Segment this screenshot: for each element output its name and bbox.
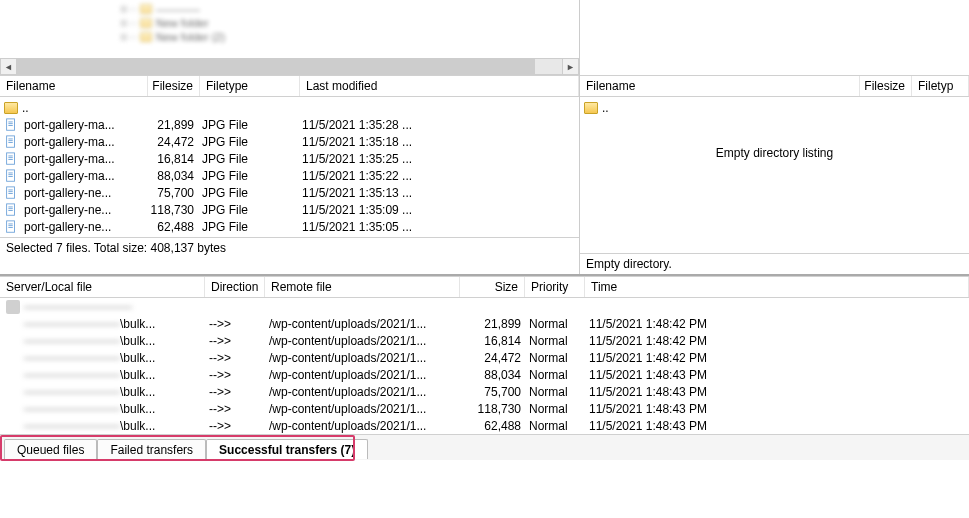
list-item[interactable]: port-gallery-ne...75,700JPG File11/5/202… [0, 184, 579, 201]
cell-lastmodified: 11/5/2021 1:35:28 ... [298, 118, 575, 132]
queue-row[interactable]: ————————\bulk...-->>/wp-content/uploads/… [0, 349, 969, 366]
svg-rect-16 [7, 186, 15, 197]
cell-priority: Normal [525, 385, 585, 399]
col-filename-remote[interactable]: Filename [580, 76, 860, 96]
cell-size: 88,034 [460, 368, 525, 382]
svg-rect-2 [8, 123, 12, 124]
file-icon [4, 186, 18, 200]
remote-list-body[interactable]: .. Empty directory listing [580, 97, 969, 192]
server-name: ————————— [24, 300, 132, 314]
cell-lastmodified: 11/5/2021 1:35:18 ... [298, 135, 575, 149]
queue-server-row[interactable]: ————————— [0, 298, 969, 315]
list-item[interactable]: port-gallery-ma...88,034JPG File11/5/202… [0, 167, 579, 184]
file-icon [4, 203, 18, 217]
col-direction[interactable]: Direction [205, 277, 265, 297]
scroll-right-arrow[interactable]: ► [562, 58, 579, 75]
col-filetype-remote[interactable]: Filetyp [912, 76, 969, 96]
tab-queued-files[interactable]: Queued files [4, 439, 97, 459]
col-filetype[interactable]: Filetype [200, 76, 300, 96]
remote-list-pane: Filename Filesize Filetyp .. Empty direc… [580, 75, 969, 274]
cell-filename: port-gallery-ne... [20, 203, 146, 217]
parent-dir-row[interactable]: .. [0, 99, 579, 116]
remote-list-header[interactable]: Filename Filesize Filetyp [580, 75, 969, 97]
queue-row[interactable]: ————————\bulk...-->>/wp-content/uploads/… [0, 366, 969, 383]
parent-dir-row[interactable]: .. [580, 99, 969, 116]
col-size[interactable]: Size [460, 277, 525, 297]
svg-rect-10 [8, 157, 12, 158]
cell-lastmodified: 11/5/2021 1:35:13 ... [298, 186, 575, 200]
local-tree-pane[interactable]: ⊞ ·····———— ⊞ ·····New folder ⊞ ·····New… [0, 0, 580, 75]
cell-time: 11/5/2021 1:48:43 PM [585, 419, 969, 433]
cell-filename: port-gallery-ma... [20, 118, 146, 132]
col-filesize-remote[interactable]: Filesize [860, 76, 912, 96]
remote-tree-pane[interactable] [580, 0, 969, 75]
svg-rect-21 [8, 206, 12, 207]
queue-row[interactable]: ————————\bulk...-->>/wp-content/uploads/… [0, 383, 969, 400]
cell-lastmodified: 11/5/2021 1:35:05 ... [298, 220, 575, 234]
cell-size: 24,472 [460, 351, 525, 365]
file-icon [4, 135, 18, 149]
col-server-localfile[interactable]: Server/Local file [0, 277, 205, 297]
tab-successful-transfers[interactable]: Successful transfers (7) [206, 439, 368, 459]
cell-filetype: JPG File [198, 186, 298, 200]
col-filename[interactable]: Filename [0, 76, 148, 96]
cell-priority: Normal [525, 317, 585, 331]
cell-localfile: ————————\bulk... [0, 402, 205, 416]
queue-row[interactable]: ————————\bulk...-->>/wp-content/uploads/… [0, 400, 969, 417]
horizontal-scrollbar[interactable]: ◄ ► [0, 58, 579, 75]
local-list-header[interactable]: Filename Filesize Filetype Last modified [0, 75, 579, 97]
cell-filesize: 62,488 [146, 220, 198, 234]
svg-rect-3 [8, 125, 12, 126]
cell-filename: port-gallery-ne... [20, 186, 146, 200]
list-item[interactable]: port-gallery-ma...16,814JPG File11/5/202… [0, 150, 579, 167]
queue-row[interactable]: ————————\bulk...-->>/wp-content/uploads/… [0, 332, 969, 349]
cell-filename: port-gallery-ne... [20, 220, 146, 234]
cell-localfile: ————————\bulk... [0, 368, 205, 382]
queue-body[interactable]: —————————————————\bulk...-->>/wp-content… [0, 298, 969, 434]
col-filesize[interactable]: Filesize [148, 76, 200, 96]
list-item[interactable]: port-gallery-ne...118,730JPG File11/5/20… [0, 201, 579, 218]
queue-header[interactable]: Server/Local file Direction Remote file … [0, 276, 969, 298]
cell-filetype: JPG File [198, 203, 298, 217]
col-time[interactable]: Time [585, 277, 969, 297]
svg-rect-24 [7, 220, 15, 231]
cell-remotefile: /wp-content/uploads/2021/1... [265, 402, 460, 416]
local-list-body[interactable]: ..port-gallery-ma...21,899JPG File11/5/2… [0, 97, 579, 237]
cell-localfile: ————————\bulk... [0, 351, 205, 365]
queue-row[interactable]: ————————\bulk...-->>/wp-content/uploads/… [0, 315, 969, 332]
col-remotefile[interactable]: Remote file [265, 277, 460, 297]
cell-direction: -->> [205, 351, 265, 365]
scroll-left-arrow[interactable]: ◄ [0, 58, 17, 75]
cell-filesize: 75,700 [146, 186, 198, 200]
cell-direction: -->> [205, 317, 265, 331]
cell-size: 62,488 [460, 419, 525, 433]
svg-rect-22 [8, 208, 12, 209]
cell-priority: Normal [525, 334, 585, 348]
list-item[interactable]: port-gallery-ma...21,899JPG File11/5/202… [0, 116, 579, 133]
cell-size: 75,700 [460, 385, 525, 399]
cell-size: 21,899 [460, 317, 525, 331]
cell-direction: -->> [205, 419, 265, 433]
scroll-track[interactable] [17, 58, 562, 75]
svg-rect-23 [8, 210, 12, 211]
queue-row[interactable]: ————————\bulk...-->>/wp-content/uploads/… [0, 417, 969, 434]
cell-localfile: ————————\bulk... [0, 385, 205, 399]
file-icon [4, 169, 18, 183]
col-lastmodified[interactable]: Last modified [300, 76, 579, 96]
local-file-list[interactable]: Filename Filesize Filetype Last modified… [0, 75, 579, 237]
cell-filesize: 118,730 [146, 203, 198, 217]
svg-rect-15 [8, 176, 12, 177]
tab-failed-transfers[interactable]: Failed transfers [97, 439, 206, 459]
list-item[interactable]: port-gallery-ne...62,488JPG File11/5/202… [0, 218, 579, 235]
cell-localfile: ————————\bulk... [0, 317, 205, 331]
svg-rect-6 [8, 140, 12, 141]
svg-rect-8 [7, 152, 15, 163]
col-priority[interactable]: Priority [525, 277, 585, 297]
remote-file-list[interactable]: Filename Filesize Filetyp .. Empty direc… [580, 75, 969, 192]
list-item[interactable]: port-gallery-ma...24,472JPG File11/5/202… [0, 133, 579, 150]
transfer-queue-panel: Server/Local file Direction Remote file … [0, 274, 969, 434]
cell-lastmodified: 11/5/2021 1:35:09 ... [298, 203, 575, 217]
svg-rect-9 [8, 155, 12, 156]
local-list-pane: Filename Filesize Filetype Last modified… [0, 75, 580, 274]
scroll-thumb[interactable] [17, 59, 535, 74]
